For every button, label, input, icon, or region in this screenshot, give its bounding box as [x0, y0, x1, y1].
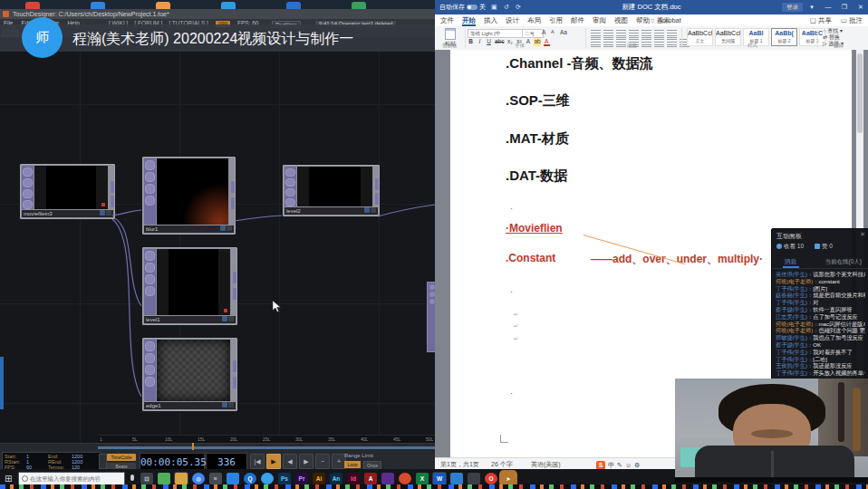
tab-online-list[interactable]: 当前在线(0人) — [825, 255, 862, 268]
font-name-select[interactable]: 等线 Light (中 — [468, 29, 524, 38]
node-output-connector[interactable] — [233, 288, 236, 300]
node-flag-strip[interactable] — [144, 249, 156, 315]
font-format-button[interactable]: A — [525, 38, 531, 46]
qq-browser-icon[interactable]: Q — [244, 473, 256, 484]
paragraph-format-icon[interactable] — [641, 29, 651, 38]
notepad-icon[interactable]: ≡ — [209, 473, 222, 484]
paragraph-format-icon[interactable] — [603, 29, 613, 38]
word-titlebar[interactable]: 自动保存关 ▣ ↺ ⟳ 新建 DOC 文档.doc 登录 ▾ — ❐ ✕ — [435, 0, 868, 14]
classin-pointer-icon[interactable]: ➤ — [502, 473, 515, 484]
indesign-icon[interactable]: Id — [347, 473, 360, 484]
chrome-icon[interactable]: ◍ — [192, 473, 205, 484]
office-icon[interactable] — [399, 473, 411, 484]
node-level1[interactable]: level1 — [142, 247, 237, 325]
restore-button[interactable]: ❐ — [837, 0, 852, 14]
transport-button[interactable]: ▶ — [266, 454, 281, 469]
node-output-connector[interactable] — [233, 377, 236, 388]
palette-strip[interactable] — [0, 357, 4, 409]
paragraph-format-icon[interactable] — [667, 38, 677, 47]
acrobat-icon[interactable]: A — [364, 473, 377, 484]
node-flag-strip[interactable] — [285, 167, 296, 206]
transport-button[interactable]: ◀ — [283, 454, 297, 469]
font-format-button[interactable]: abc — [495, 38, 504, 46]
taskbar-search-input[interactable] — [18, 472, 125, 485]
font-format-button[interactable]: I — [477, 38, 483, 46]
grow-font-button[interactable]: A — [542, 29, 545, 35]
paragraph-format-icon[interactable] — [591, 38, 601, 47]
paragraph-format-icon[interactable] — [616, 38, 626, 47]
node-level2[interactable]: level2 — [283, 165, 380, 216]
tab-设计[interactable]: 设计 — [506, 14, 519, 26]
font-buttons[interactable]: BIUabcx₂x²AabA — [468, 38, 550, 46]
login-button[interactable]: 登录 — [782, 3, 803, 12]
shrink-font-button[interactable]: A — [551, 29, 555, 34]
tim-icon[interactable] — [227, 473, 239, 484]
ribbon-search[interactable]: ○ 搜索 — [651, 14, 670, 26]
photoshop-icon[interactable]: Ps — [278, 473, 291, 484]
timeline-range-bar[interactable] — [98, 446, 435, 449]
scrollbar-thumb[interactable] — [857, 53, 863, 133]
node-output-connector[interactable] — [231, 197, 235, 209]
node-flag-strip[interactable] — [144, 340, 156, 401]
green-app-icon[interactable] — [158, 473, 170, 484]
style-card[interactable]: AaBb(标题 2 — [771, 28, 797, 46]
node-output-connector[interactable] — [375, 178, 379, 190]
file-explorer-icon[interactable] — [175, 473, 188, 484]
node-output-connector[interactable] — [233, 272, 236, 283]
paragraph-format-icon[interactable] — [667, 29, 677, 38]
node-edge1[interactable]: edge1 — [142, 338, 237, 411]
replace-button[interactable]: ⇄ 替换 — [823, 34, 844, 41]
paragraph-format-icon[interactable] — [629, 29, 639, 38]
paragraph-format-icon[interactable] — [654, 29, 664, 38]
tab-开始[interactable]: 开始 — [462, 14, 476, 26]
paragraph-buttons-row1[interactable] — [591, 29, 677, 38]
share-button[interactable]: ▢ 共享 — [810, 14, 832, 26]
timeline-playhead[interactable] — [192, 443, 194, 450]
microphone-icon[interactable] — [130, 475, 134, 481]
chat-message-list[interactable]: 吴佳琪(学生)：说那您那个英文科技单词何晓(电子老师)：constant丁子伟(… — [776, 271, 865, 379]
word-icon[interactable]: W — [433, 473, 446, 484]
font-format-button[interactable]: U — [486, 38, 492, 46]
ribbon-tabs[interactable]: 文件开始插入设计布局引用邮件审阅视图帮助Acrobat — [440, 14, 681, 26]
sogou-logo-icon[interactable]: S — [596, 461, 605, 470]
comments-button[interactable]: ▭ 批注 — [841, 14, 863, 26]
camera-app-icon[interactable] — [450, 473, 463, 484]
excel-icon[interactable]: X — [416, 473, 429, 484]
loop-button[interactable]: Loop — [344, 461, 361, 468]
ribbon-options-button[interactable]: ▾ — [805, 0, 819, 14]
close-icon[interactable]: ✕ — [860, 231, 865, 238]
node-output-connector[interactable] — [111, 196, 114, 207]
dingtalk-icon[interactable] — [261, 473, 274, 484]
opera-icon[interactable]: O — [485, 473, 497, 484]
node-viewer[interactable] — [157, 249, 230, 315]
font-format-button[interactable]: x₂ — [506, 38, 513, 46]
visualstudio-icon[interactable] — [381, 473, 394, 484]
font-format-button[interactable]: B — [468, 38, 474, 46]
close-button[interactable]: ✕ — [854, 0, 868, 14]
start-button[interactable]: ⊞ — [5, 474, 12, 484]
node-output-connector[interactable] — [375, 193, 379, 205]
node-viewer[interactable] — [157, 340, 230, 401]
node-viewer[interactable] — [157, 158, 228, 225]
style-card[interactable]: AaBbCcD无间隔 — [715, 28, 741, 46]
paragraph-format-icon[interactable] — [616, 29, 626, 38]
tab-视图[interactable]: 视图 — [614, 14, 628, 26]
font-size-select[interactable]: 二号 — [522, 29, 544, 38]
animate-icon[interactable]: An — [330, 473, 342, 484]
tab-布局[interactable]: 布局 — [527, 14, 541, 26]
node-blur1[interactable]: blur1 — [142, 157, 236, 235]
tab-邮件[interactable]: 邮件 — [571, 14, 584, 26]
tab-帮助[interactable]: 帮助 — [636, 14, 650, 26]
paragraph-buttons-row2[interactable] — [591, 38, 690, 47]
transport-button[interactable]: − — [315, 454, 330, 469]
style-card[interactable]: AaBbC标题 3 — [799, 28, 825, 46]
font-format-button[interactable]: A — [544, 38, 550, 46]
td-titlebar[interactable]: TouchDesigner: C:/Users/ch/Desktop/NewPr… — [0, 9, 435, 19]
minimize-button[interactable]: — — [821, 0, 835, 14]
node-flag-strip[interactable] — [22, 166, 34, 209]
timeline-collapse-button[interactable] — [99, 454, 107, 469]
node-viewer[interactable] — [34, 166, 108, 209]
change-case-button[interactable]: Aa — [560, 29, 567, 35]
transport-button[interactable]: |◀ — [250, 454, 265, 469]
premiere-icon[interactable]: Pr — [295, 473, 308, 484]
